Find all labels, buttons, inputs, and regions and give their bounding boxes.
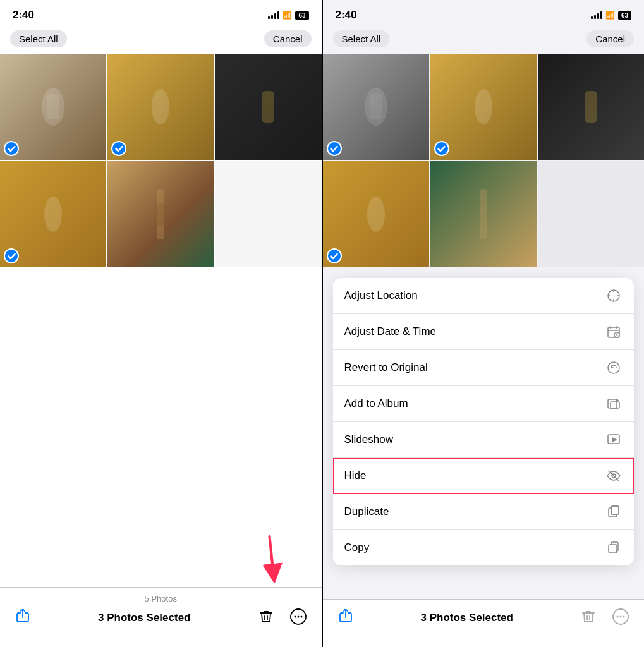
slideshow-icon [605, 431, 623, 449]
left-cancel-button[interactable]: Cancel [264, 30, 312, 47]
right-photo-cell-4[interactable] [323, 161, 429, 267]
svg-point-45 [620, 616, 622, 618]
svg-point-10 [294, 616, 296, 618]
left-bottom-bar: 5 Photos 3 Photos Selected [0, 587, 322, 647]
copy-icon [605, 539, 623, 557]
adjust-location-label: Adjust Location [344, 289, 418, 302]
right-more-button[interactable] [610, 606, 631, 629]
left-wifi-icon: 📶 [283, 11, 292, 20]
menu-item-hide[interactable]: Hide [333, 458, 635, 494]
add-to-album-icon [605, 395, 623, 413]
right-photo-cell-3[interactable] [538, 54, 644, 160]
right-check-badge-2 [434, 141, 449, 156]
right-share-button[interactable] [336, 607, 356, 629]
photo-cell-1[interactable] [0, 54, 106, 160]
right-photo-cell-2[interactable] [430, 54, 537, 160]
right-check-badge-1 [327, 141, 342, 156]
left-status-bar: 2:40 📶 63 [0, 0, 322, 27]
left-share-button[interactable] [13, 607, 33, 629]
photo-cell-empty [215, 161, 321, 267]
photo-cell-2[interactable] [107, 54, 214, 160]
svg-point-6 [154, 203, 167, 226]
right-top-bar: Select All Cancel [323, 27, 645, 54]
slideshow-label: Slideshow [344, 433, 394, 446]
context-menu: Adjust Location Adjust Date & Time [333, 278, 635, 565]
right-status-bar: 2:40 📶 63 [323, 0, 645, 27]
menu-item-copy[interactable]: Copy [333, 530, 635, 565]
svg-rect-1 [47, 94, 59, 119]
svg-rect-3 [262, 91, 274, 123]
right-wifi-icon: 📶 [605, 11, 615, 20]
menu-item-duplicate[interactable]: Duplicate [333, 494, 635, 530]
menu-item-add-to-album[interactable]: Add to Album [333, 386, 635, 422]
svg-point-17 [367, 197, 385, 232]
svg-point-44 [617, 616, 619, 618]
duplicate-label: Duplicate [344, 505, 389, 518]
left-select-all-button[interactable]: Select All [10, 30, 67, 47]
svg-point-15 [475, 89, 492, 124]
svg-point-11 [297, 616, 299, 618]
arrow-indicator [242, 528, 300, 590]
photo-cell-4[interactable] [0, 161, 106, 267]
right-action-icons [578, 606, 631, 629]
photo-cell-3[interactable] [215, 54, 321, 160]
right-bottom-bar: 3 Photos Selected [323, 599, 645, 647]
right-photo-cell-1[interactable] [323, 54, 429, 160]
svg-point-4 [44, 197, 62, 232]
right-time: 2:40 [336, 9, 357, 21]
left-delete-button[interactable] [256, 607, 276, 629]
svg-rect-31 [611, 402, 619, 408]
svg-marker-35 [612, 438, 616, 442]
hide-label: Hide [344, 469, 367, 482]
svg-rect-41 [609, 545, 617, 553]
left-time: 2:40 [13, 9, 34, 21]
revert-original-label: Revert to Original [344, 361, 428, 374]
svg-rect-18 [480, 189, 487, 239]
svg-rect-14 [370, 94, 382, 119]
left-panel: 2:40 📶 63 Select All Cancel [0, 0, 322, 647]
menu-item-revert-original[interactable]: Revert to Original [333, 350, 635, 386]
left-selected-label: 3 Photos Selected [98, 612, 190, 624]
check-badge-1 [4, 141, 19, 156]
adjust-location-icon [605, 287, 623, 305]
hide-icon [605, 467, 623, 485]
right-delete-button[interactable] [578, 607, 598, 629]
left-photos-count: 5 Photos [13, 594, 309, 603]
menu-item-slideshow[interactable]: Slideshow [333, 422, 635, 458]
duplicate-icon [605, 503, 623, 521]
svg-point-12 [300, 616, 302, 618]
menu-item-adjust-location[interactable]: Adjust Location [333, 278, 635, 314]
adjust-date-time-icon [605, 323, 623, 341]
left-signal-icon [268, 11, 279, 19]
add-to-album-label: Add to Album [344, 397, 408, 410]
right-photo-grid [323, 54, 645, 267]
left-battery: 63 [295, 11, 308, 20]
right-photo-cell-empty [538, 161, 644, 267]
menu-item-adjust-date-time[interactable]: Adjust Date & Time [333, 314, 635, 350]
left-bottom-actions: 3 Photos Selected [13, 606, 309, 629]
right-cancel-button[interactable]: Cancel [586, 30, 634, 47]
left-top-bar: Select All Cancel [0, 27, 322, 54]
photo-cell-5[interactable] [107, 161, 214, 267]
left-more-button[interactable] [288, 606, 309, 629]
right-battery: 63 [618, 11, 631, 20]
right-selected-label: 3 Photos Selected [421, 612, 513, 624]
svg-rect-30 [608, 399, 617, 408]
right-select-all-button[interactable]: Select All [333, 30, 390, 47]
svg-point-29 [608, 362, 619, 373]
svg-point-2 [152, 89, 169, 124]
right-bottom-actions: 3 Photos Selected [336, 606, 632, 629]
svg-rect-39 [611, 506, 619, 514]
right-photo-cell-5[interactable] [430, 161, 537, 267]
right-signal-icon [591, 11, 602, 19]
left-action-icons [256, 606, 309, 629]
svg-point-46 [623, 616, 625, 618]
svg-line-7 [254, 536, 288, 574]
revert-original-icon [605, 359, 623, 377]
svg-rect-16 [585, 91, 597, 123]
adjust-date-time-label: Adjust Date & Time [344, 325, 437, 338]
right-status-icons: 📶 63 [591, 11, 631, 20]
left-photo-grid [0, 54, 322, 267]
right-check-badge-4 [327, 248, 342, 263]
left-status-icons: 📶 63 [268, 11, 308, 20]
